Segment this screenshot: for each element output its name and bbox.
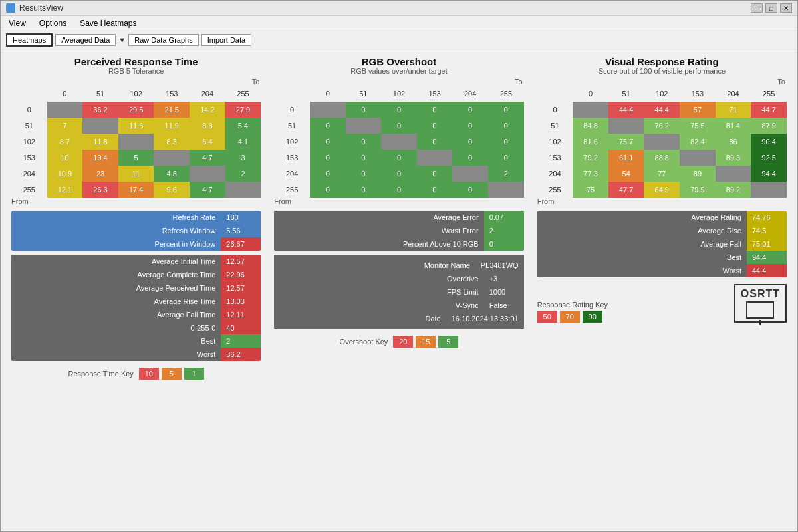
toolbar-raw-data[interactable]: Raw Data Graphs — [128, 34, 198, 46]
vrr-cell-4-1: 54 — [608, 166, 644, 182]
os-cell-2-2 — [381, 134, 417, 150]
prt-cell-2-0: 8.7 — [47, 134, 83, 150]
vrr-row-header-0: 0 — [537, 102, 573, 118]
vrr-arise-label: Average Rise — [537, 224, 747, 237]
os-cell-1-4: 0 — [452, 118, 488, 134]
prt-col-0: 0 — [47, 86, 83, 102]
vrr-from-label: From — [537, 198, 787, 205]
vrr-cell-1-1 — [608, 118, 644, 134]
os-we-label: Worst Error — [274, 224, 483, 237]
mon-name-val: PL3481WQ — [475, 259, 524, 272]
os-row-header-0: 0 — [274, 102, 310, 118]
overshoot-stats: Average Error 0.07 Worst Error 2 Percent… — [274, 211, 523, 251]
vrr-cell-4-0: 77.3 — [573, 166, 608, 182]
prt-art-val: 13.03 — [221, 295, 261, 308]
prt-cell-5-5 — [225, 182, 261, 198]
overshoot-heatmap: 0 51 102 153 204 255 0000005100000102000… — [274, 86, 523, 198]
vrr-cell-5-0: 75 — [573, 182, 608, 198]
vrr-cell-2-2 — [644, 134, 680, 150]
vrr-stats: Average Rating 74.76 Average Rise 74.5 A… — [537, 211, 787, 277]
prt-cell-0-3: 21.5 — [154, 102, 190, 118]
os-key-15: 15 — [416, 336, 436, 348]
overshoot-subtitle: RGB values over/under target — [274, 67, 523, 75]
prt-cell-4-2: 11 — [118, 166, 154, 182]
os-cell-5-4: 0 — [452, 182, 488, 198]
os-row-header-2: 102 — [274, 134, 310, 150]
menu-view[interactable]: View — [6, 17, 29, 29]
prt-art-label: Average Rise Time — [11, 295, 221, 308]
prt-stat-rw-label: Refresh Window — [11, 224, 221, 237]
prt-stat-rr-label: Refresh Rate — [11, 211, 221, 224]
prt-to-label: To — [11, 78, 261, 86]
mon-vsync-val: False — [484, 299, 524, 312]
prt-stat-piw-label: Percent in Window — [11, 237, 221, 251]
prt-worst-val: 36.2 — [221, 348, 261, 361]
prt-cell-0-0 — [47, 102, 83, 118]
toolbar-heatmaps[interactable]: Heatmaps — [6, 33, 53, 47]
mon-fps-label: FPS Limit — [274, 285, 483, 299]
prt-row-header-4: 204 — [11, 166, 47, 182]
os-pa10-val: 0 — [484, 237, 524, 251]
os-cell-0-2: 0 — [381, 102, 417, 118]
os-pa10-label: Percent Above 10 RGB — [274, 237, 483, 251]
os-cell-2-5: 0 — [488, 134, 524, 150]
prt-cell-5-0: 12.1 — [47, 182, 83, 198]
os-cell-0-0 — [310, 102, 346, 118]
rt-key-group: Response Time Key 10 5 1 — [68, 368, 203, 380]
toolbar-import-data[interactable]: Import Data — [201, 34, 251, 46]
minimize-button[interactable]: — — [751, 3, 763, 13]
prt-heatmap: 0 51 102 153 204 255 036.229.521.514.227… — [11, 86, 261, 198]
menu-save-heatmaps[interactable]: Save Heatmaps — [77, 17, 139, 29]
os-cell-4-5: 2 — [488, 166, 524, 182]
prt-title: Perceived Response Time — [11, 56, 261, 67]
os-cell-2-3: 0 — [417, 134, 453, 150]
prt-from-label: From — [11, 198, 261, 205]
mon-od-val: +3 — [484, 272, 524, 285]
vrr-heatmap: 0 51 102 153 204 255 044.444.4577144.751… — [537, 86, 787, 198]
prt-cell-0-4: 14.2 — [190, 102, 225, 118]
os-cell-2-4: 0 — [452, 134, 488, 150]
vrr-col-102: 102 — [644, 86, 680, 102]
toolbar-averaged-data[interactable]: Averaged Data — [55, 34, 116, 46]
prt-cell-0-2: 29.5 — [118, 102, 154, 118]
prt-cell-2-2 — [118, 134, 154, 150]
close-button[interactable]: ✕ — [780, 3, 792, 13]
vrr-cell-5-3: 79.9 — [680, 182, 716, 198]
toolbar: Heatmaps Averaged Data ▼ Raw Data Graphs… — [1, 31, 797, 49]
vrr-key-group: Response Rating Key 50 70 90 — [537, 301, 610, 323]
prt-key-row: Response Time Key 10 5 1 — [11, 365, 261, 382]
mon-date-val: 16.10.2024 13:33:01 — [446, 312, 524, 325]
os-cell-3-4: 0 — [452, 150, 488, 166]
vrr-row-header-5: 255 — [537, 182, 573, 198]
prt-subtitle: RGB 5 Tolerance — [11, 67, 261, 75]
os-cell-5-1: 0 — [346, 182, 382, 198]
vrr-cell-1-0: 84.8 — [573, 118, 608, 134]
os-col-51: 51 — [346, 86, 382, 102]
vrr-col-153: 153 — [680, 86, 716, 102]
prt-apt-label: Average Perceived Time — [11, 281, 221, 295]
window-controls[interactable]: — □ ✕ — [751, 3, 792, 13]
vrr-cell-3-3 — [680, 150, 716, 166]
vrr-cell-2-0: 81.6 — [573, 134, 608, 150]
mon-vsync-label: V-Sync — [274, 299, 483, 312]
vrr-worst-label: Worst — [537, 264, 747, 277]
vrr-cell-2-3: 82.4 — [680, 134, 716, 150]
prt-cell-4-3: 4.8 — [154, 166, 190, 182]
prt-stats2: Average Initial Time 12.57 Average Compl… — [11, 255, 261, 361]
os-cell-4-2: 0 — [381, 166, 417, 182]
prt-cell-3-5: 3 — [225, 150, 261, 166]
vrr-cell-1-2: 76.2 — [644, 118, 680, 134]
vrr-cell-4-3: 89 — [680, 166, 716, 182]
vrr-afall-val: 75.01 — [747, 237, 787, 251]
prt-stat-piw-val: 26.67 — [221, 237, 261, 251]
prt-col-51: 51 — [82, 86, 118, 102]
prt-col-204: 204 — [190, 86, 225, 102]
rt-key-5: 5 — [162, 368, 182, 380]
vrr-cell-0-4: 71 — [716, 102, 751, 118]
menu-options[interactable]: Options — [37, 17, 69, 29]
os-cell-4-3: 0 — [417, 166, 453, 182]
prt-row-header-2: 102 — [11, 134, 47, 150]
maximize-button[interactable]: □ — [765, 3, 777, 13]
os-cell-1-5: 0 — [488, 118, 524, 134]
os-ae-label: Average Error — [274, 211, 483, 224]
